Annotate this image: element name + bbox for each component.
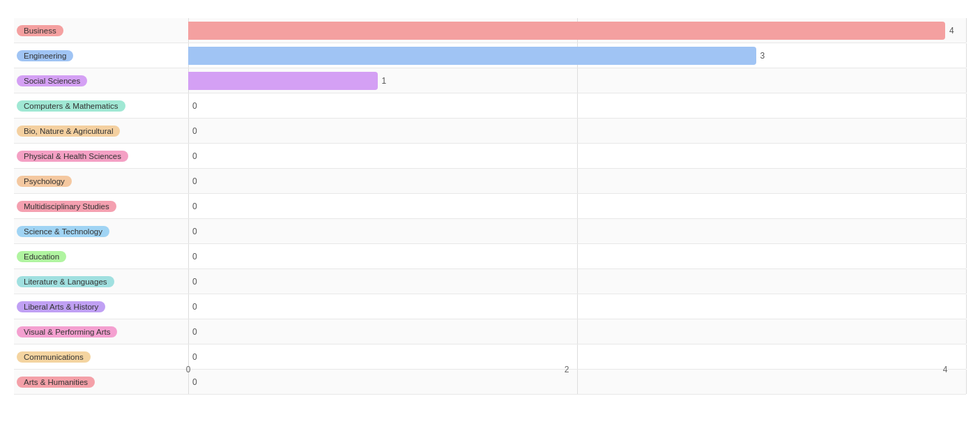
gridline bbox=[577, 194, 578, 218]
bar-value-label: 0 bbox=[192, 126, 197, 136]
bar-fill bbox=[188, 47, 756, 65]
gridline bbox=[966, 93, 967, 118]
chart-container: Business4Engineering3Social Sciences1Com… bbox=[0, 0, 980, 440]
label-pill: Psychology bbox=[17, 176, 72, 187]
gridline bbox=[188, 93, 189, 118]
bar-value-label: 4 bbox=[949, 26, 954, 36]
bar-value-label: 0 bbox=[192, 202, 197, 211]
bar-row: Bio, Nature & Agricultural0 bbox=[14, 119, 966, 144]
gridline bbox=[188, 169, 189, 193]
bar-value-label: 0 bbox=[192, 327, 197, 337]
bar-label: Bio, Nature & Agricultural bbox=[14, 126, 188, 137]
gridline bbox=[577, 169, 578, 193]
bar-row: Physical & Health Sciences0 bbox=[14, 144, 966, 169]
bar-row: Literature & Languages0 bbox=[14, 269, 966, 294]
bar-track: 0 bbox=[188, 194, 966, 218]
bar-value-label: 0 bbox=[192, 227, 197, 236]
gridline bbox=[966, 370, 967, 394]
bar-row: Business4 bbox=[14, 18, 966, 43]
x-axis-tick: 0 bbox=[186, 365, 191, 374]
bar-track: 0 bbox=[188, 294, 966, 319]
bar-label: Multidisciplinary Studies bbox=[14, 201, 188, 212]
bar-label: Physical & Health Sciences bbox=[14, 151, 188, 162]
x-axis-tick: 4 bbox=[943, 365, 948, 374]
gridline bbox=[577, 294, 578, 319]
bar-track: 0 bbox=[188, 169, 966, 193]
gridline bbox=[577, 269, 578, 294]
gridline bbox=[966, 194, 967, 218]
bar-row: Psychology0 bbox=[14, 169, 966, 194]
gridline bbox=[966, 269, 967, 294]
label-pill: Engineering bbox=[17, 50, 73, 61]
gridline bbox=[966, 244, 967, 268]
bar-label: Literature & Languages bbox=[14, 276, 188, 287]
label-pill: Social Sciences bbox=[17, 75, 87, 86]
bar-track: 4 bbox=[188, 18, 966, 43]
gridline bbox=[577, 68, 578, 93]
bar-value-label: 0 bbox=[192, 277, 197, 287]
bar-row: Visual & Performing Arts0 bbox=[14, 319, 966, 344]
bar-track: 0 bbox=[188, 93, 966, 118]
bar-track: 0 bbox=[188, 244, 966, 268]
bar-fill bbox=[188, 72, 378, 90]
gridline bbox=[966, 68, 967, 93]
gridline bbox=[966, 18, 967, 43]
label-pill: Communications bbox=[17, 351, 91, 363]
bar-row: Computers & Mathematics0 bbox=[14, 93, 966, 119]
bar-row: Multidisciplinary Studies0 bbox=[14, 194, 966, 219]
bar-value-label: 0 bbox=[192, 352, 197, 362]
gridline bbox=[966, 169, 967, 193]
gridline bbox=[188, 219, 189, 243]
bar-label: Business bbox=[14, 25, 188, 36]
bar-row: Education0 bbox=[14, 244, 966, 269]
gridline bbox=[188, 319, 189, 344]
gridline bbox=[577, 219, 578, 243]
bar-value-label: 0 bbox=[192, 252, 197, 261]
gridline bbox=[966, 144, 967, 168]
gridline bbox=[577, 244, 578, 268]
bar-track: 1 bbox=[188, 68, 966, 93]
label-pill: Science & Technology bbox=[17, 226, 109, 237]
bar-track: 0 bbox=[188, 144, 966, 168]
bar-label: Visual & Performing Arts bbox=[14, 326, 188, 337]
label-pill: Visual & Performing Arts bbox=[17, 326, 117, 337]
bar-value-label: 0 bbox=[192, 101, 197, 111]
gridline bbox=[577, 119, 578, 143]
gridline bbox=[577, 144, 578, 168]
bar-value-label: 3 bbox=[760, 51, 765, 61]
bar-label: Education bbox=[14, 251, 188, 262]
gridline bbox=[966, 119, 967, 143]
label-pill: Literature & Languages bbox=[17, 276, 114, 287]
bar-fill bbox=[188, 22, 945, 40]
gridline bbox=[966, 319, 967, 344]
bar-label: Social Sciences bbox=[14, 75, 188, 86]
gridline bbox=[188, 194, 189, 218]
bar-label: Communications bbox=[14, 351, 188, 363]
label-pill: Multidisciplinary Studies bbox=[17, 201, 116, 212]
gridline bbox=[966, 294, 967, 319]
bar-value-label: 0 bbox=[192, 151, 197, 161]
label-pill: Computers & Mathematics bbox=[17, 100, 125, 112]
label-pill: Business bbox=[17, 25, 63, 36]
bar-label: Computers & Mathematics bbox=[14, 100, 188, 112]
bar-track: 0 bbox=[188, 119, 966, 143]
bar-value-label: 0 bbox=[192, 302, 197, 312]
bar-row: Engineering3 bbox=[14, 43, 966, 68]
x-axis: 024 bbox=[14, 365, 966, 383]
label-pill: Physical & Health Sciences bbox=[17, 151, 128, 162]
gridline bbox=[966, 344, 967, 369]
label-pill: Education bbox=[17, 251, 66, 262]
chart-area: Business4Engineering3Social Sciences1Com… bbox=[14, 18, 966, 383]
bar-row: Social Sciences1 bbox=[14, 68, 966, 93]
x-axis-tick: 2 bbox=[565, 365, 569, 374]
bar-row: Liberal Arts & History0 bbox=[14, 294, 966, 319]
bar-track: 3 bbox=[188, 43, 966, 68]
bar-track: 0 bbox=[188, 219, 966, 243]
bar-label: Psychology bbox=[14, 176, 188, 187]
gridline bbox=[577, 319, 578, 344]
bar-label: Engineering bbox=[14, 50, 188, 61]
bar-track: 0 bbox=[188, 269, 966, 294]
gridline bbox=[966, 43, 967, 68]
gridline bbox=[188, 294, 189, 319]
bars-section: Business4Engineering3Social Sciences1Com… bbox=[14, 18, 966, 362]
